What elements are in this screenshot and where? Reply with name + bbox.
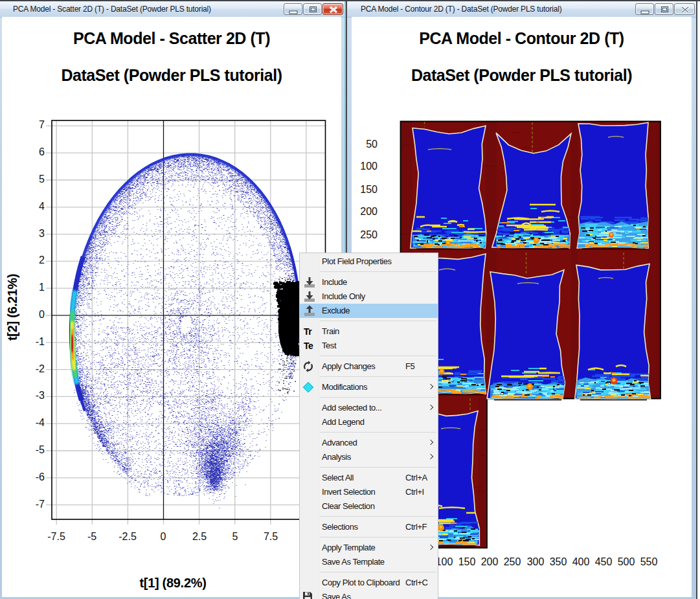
- svg-text:550: 550: [640, 556, 658, 567]
- svg-text:-7: -7: [36, 499, 45, 510]
- svg-text:200: 200: [360, 206, 378, 217]
- svg-text:150: 150: [360, 184, 378, 195]
- svg-text:-7.5: -7.5: [47, 531, 65, 542]
- svg-text:100: 100: [360, 161, 378, 172]
- svg-text:7.5: 7.5: [264, 531, 278, 542]
- svg-text:-3: -3: [36, 390, 45, 401]
- svg-text:250: 250: [360, 229, 378, 240]
- svg-text:-4: -4: [36, 417, 45, 428]
- svg-text:200: 200: [481, 556, 499, 567]
- svg-text:500: 500: [618, 556, 635, 567]
- svg-text:150: 150: [458, 556, 476, 567]
- svg-text:5: 5: [232, 531, 238, 542]
- svg-text:50: 50: [366, 139, 378, 150]
- svg-text:-5: -5: [87, 531, 96, 542]
- svg-text:-2.5: -2.5: [119, 531, 137, 542]
- svg-text:7: 7: [39, 119, 45, 130]
- svg-text:4: 4: [39, 201, 45, 212]
- svg-text:400: 400: [572, 556, 590, 567]
- svg-text:5: 5: [39, 174, 45, 185]
- svg-text:0: 0: [161, 531, 166, 542]
- svg-text:450: 450: [595, 556, 613, 567]
- svg-text:3: 3: [39, 228, 45, 239]
- svg-text:6: 6: [39, 146, 45, 157]
- svg-text:1: 1: [39, 282, 45, 293]
- svg-text:-1: -1: [36, 336, 45, 347]
- svg-text:350: 350: [550, 556, 567, 567]
- svg-text:-5: -5: [36, 444, 45, 455]
- svg-text:250: 250: [504, 556, 521, 567]
- svg-text:300: 300: [527, 556, 545, 567]
- svg-text:2.5: 2.5: [192, 531, 207, 542]
- svg-text:2: 2: [39, 254, 45, 266]
- svg-text:0: 0: [39, 309, 45, 320]
- svg-text:-6: -6: [36, 471, 45, 482]
- svg-text:-2: -2: [36, 363, 45, 374]
